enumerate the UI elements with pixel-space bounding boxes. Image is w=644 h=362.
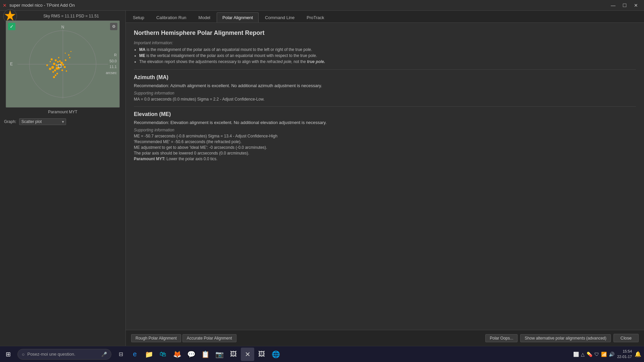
paramount-myt-bold: Paramount MYT: [134, 157, 165, 161]
volume-icon[interactable]: 🔊 [609, 352, 614, 357]
taskbar-app-edge[interactable]: e [128, 348, 142, 361]
taskbar-app-camera[interactable]: 📷 [213, 348, 226, 361]
elevation-line4: The polar axis should be lowered 0 arcse… [134, 151, 636, 156]
scale-1: 50.0 [106, 58, 117, 64]
graph-selector-area: Graph: Scatter plot ▼ [3, 117, 123, 126]
scatter-dot [56, 64, 58, 66]
tab-command-line[interactable]: Command Line [259, 12, 300, 22]
left-panel: Sky RMS = 11.11 PSD = 11.51 ✓ ⚙ N E R 50… [0, 11, 126, 346]
taskbar-app-green[interactable]: 📋 [199, 348, 212, 361]
taskbar-time: 15:54 22-01-17 [617, 349, 632, 359]
scatter-dot [49, 68, 51, 70]
right-panel: Setup Calibration Run Model Polar Alignm… [126, 11, 644, 346]
show-alternative-button[interactable]: Show alternative polar alignments (advan… [520, 334, 610, 342]
compass-north: N [61, 25, 64, 29]
main-layout: Sky RMS = 11.11 PSD = 11.51 ✓ ⚙ N E R 50… [0, 11, 644, 346]
taskbar-date: 22-01-17 [617, 354, 632, 359]
scatter-dot [52, 71, 54, 73]
shield-icon: 🛡 [594, 352, 599, 357]
tab-setup[interactable]: Setup [127, 12, 150, 22]
tab-bar: Setup Calibration Run Model Polar Alignm… [126, 11, 644, 23]
taskbar-app-photos2[interactable]: 🖼 [255, 348, 268, 361]
tab-polar-alignment[interactable]: Polar Alignment [217, 12, 259, 22]
info-bullet-me: ME is the vertical misalignment of the p… [139, 53, 636, 58]
bottom-action-bar: Rough Polar Alignment Accurate Polar Ali… [126, 330, 644, 346]
taskbar: ⊞ ○ Posez-moi une question. 🎤 ⊟ e 📁 🛍 🦊 … [0, 346, 644, 362]
notification-icon[interactable]: 🔔 [635, 351, 641, 357]
microphone-icon: 🎤 [101, 352, 107, 357]
scatter-dot [51, 58, 53, 60]
taskbar-system-icons: ⬜ △ 💊 🛡 📶 🔊 [573, 352, 614, 357]
tablet-icon: 💊 [587, 352, 592, 357]
taskbar-app-wechat[interactable]: 💬 [184, 348, 198, 361]
taskbar-app-firefox[interactable]: 🦊 [170, 348, 184, 361]
start-button[interactable]: ⊞ [0, 346, 16, 362]
taskbar-apps: ⊟ e 📁 🛍 🦊 💬 📋 📷 🖼 ✕ 🖼 🌐 [114, 348, 282, 361]
important-info-section: Important information: MA is the misalig… [134, 41, 636, 64]
azimuth-recommendation: Recommendation: Azimuth alignment is exc… [134, 83, 636, 88]
scatter-dot [58, 57, 59, 58]
elevation-title: Elevation (ME) [134, 111, 636, 117]
scatter-dot [68, 54, 69, 56]
taskbar-search[interactable]: ○ Posez-moi une question. 🎤 [17, 349, 111, 360]
scatter-dot [55, 59, 57, 61]
bottom-left-buttons: Rough Polar Alignment Accurate Polar Ali… [131, 334, 236, 342]
compass-east: E [10, 62, 13, 66]
elevation-line1: ME = -50.7 arcseconds (-0.8 arcminutes) … [134, 134, 636, 138]
taskbar-app-network[interactable]: 🌐 [269, 348, 282, 361]
scale-3: arcsec [106, 70, 117, 76]
scatter-dot [46, 64, 48, 66]
azimuth-supporting-label: Supporting information [134, 91, 636, 96]
me-bold: ME [139, 53, 145, 58]
info-bullet-ma: MA is the misalignment of the polar axis… [139, 47, 636, 52]
tab-calibration-run[interactable]: Calibration Run [151, 12, 192, 22]
close-button[interactable]: Close [613, 334, 639, 342]
sky-rms-label: Sky RMS = 11.11 [43, 14, 75, 18]
scatter-dot [65, 59, 66, 61]
elevation-section: Elevation (ME) Recommendation: Elevation… [134, 111, 636, 161]
taskbar-right: ⬜ △ 💊 🛡 📶 🔊 15:54 22-01-17 🔔 [573, 349, 644, 359]
graph-select-wrapper[interactable]: Scatter plot ▼ [19, 118, 66, 125]
elevation-recommendation: Recommendation: Elevation alignment is e… [134, 120, 636, 125]
scale-labels: R 50.0 11.1 arcsec [106, 52, 117, 76]
graph-label: Graph: [4, 119, 16, 124]
taskbar-app-task-view[interactable]: ⊟ [114, 348, 127, 361]
psd-label: PSD = 11.51 [76, 14, 99, 18]
ma-bold: MA [139, 47, 146, 52]
taskbar-app-photo[interactable]: 🖼 [227, 348, 240, 361]
elevation-line3: ME adjustment to get to above 'Ideal ME'… [134, 145, 636, 150]
scatter-dot [55, 74, 56, 76]
divider-2 [134, 106, 636, 107]
graph-select[interactable]: Scatter plot [19, 118, 66, 125]
azimuth-details: MA = 0.0 arcseconds (0.0 minutes) Sigma … [134, 97, 636, 102]
scatter-dot [54, 69, 56, 71]
maximize-button[interactable]: ☐ [619, 1, 630, 9]
scatter-plot: ✓ ⚙ N E R 50.0 11.1 arcsec [6, 20, 120, 108]
tab-protrack[interactable]: ProTrack [301, 12, 330, 22]
tab-model[interactable]: Model [193, 12, 216, 22]
rough-polar-alignment-button[interactable]: Rough Polar Alignment [131, 334, 181, 342]
me-text: is the vertical misalignment of the pola… [146, 53, 317, 58]
settings-icon[interactable]: ⚙ [110, 23, 117, 30]
title-bar: ✕ super model nico - TPoint Add On — ☐ ✕ [0, 0, 644, 11]
azimuth-title: Azimuth (MA) [134, 74, 636, 80]
accurate-polar-alignment-button[interactable]: Accurate Polar Alignment [182, 334, 236, 342]
scatter-dot [70, 51, 71, 52]
taskbar-clock: 15:54 [617, 349, 632, 354]
polar-oops-button[interactable]: Polar Oops... [485, 334, 518, 342]
show-desktop-icon[interactable]: ⬜ [573, 352, 579, 357]
scale-r: R [106, 52, 117, 58]
window-close-button[interactable]: ✕ [631, 1, 641, 9]
scatter-dot [62, 64, 64, 66]
up-arrow-icon[interactable]: △ [581, 352, 585, 357]
taskbar-app-store[interactable]: 🛍 [156, 348, 170, 361]
minimize-button[interactable]: — [608, 1, 619, 9]
elevation-text-2: not the [293, 59, 307, 64]
taskbar-app-file-explorer[interactable]: 📁 [142, 348, 156, 361]
taskbar-app-x[interactable]: ✕ [241, 348, 254, 361]
scatter-dot [66, 70, 67, 72]
elevation-text-1: The elevation report shows the adjustmen… [139, 59, 267, 64]
app-icon: ✕ [3, 3, 7, 8]
report-title: Northern Hemisphere Polar Alignment Repo… [134, 29, 636, 37]
scatter-dot [65, 53, 66, 54]
